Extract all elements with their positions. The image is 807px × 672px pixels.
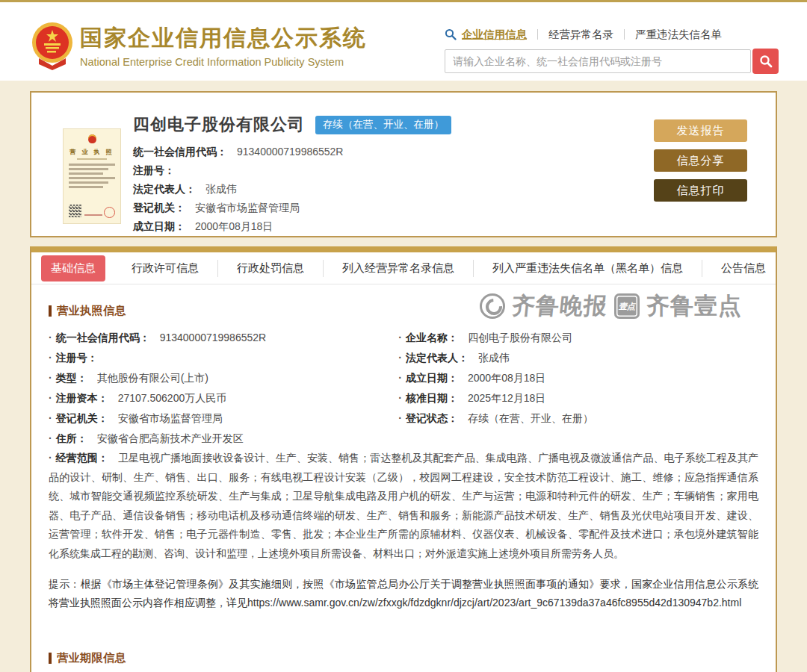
license-text-line bbox=[69, 172, 103, 175]
license-text-line bbox=[84, 214, 102, 216]
site-title-block: 国家企业信用信息公示系统 National Enterprise Credit … bbox=[80, 23, 367, 68]
nav-link-abnormal-operations[interactable]: 经营异常名录 bbox=[548, 28, 613, 42]
summary-field-registration-authority: 登记机关：安徽省市场监督管理局 bbox=[133, 199, 451, 217]
print-info-button[interactable]: 信息打印 bbox=[654, 179, 747, 202]
field-registration-no: 注册号： bbox=[49, 348, 398, 368]
qilu-yidian-app-icon: 壹点 bbox=[614, 293, 640, 319]
section-title-business-term-info: 营业期限信息 bbox=[49, 651, 758, 665]
qilu-watermark: 齐鲁晚报 壹点 齐鲁壹点 bbox=[480, 290, 742, 322]
field-business-scope: 经营范围：卫星电视广播地面接收设备设计、生产、安装、销售；雷达整机及其配套产品、… bbox=[49, 449, 758, 563]
summary-field-credit-code: 统一社会信用代码：91340000719986552R bbox=[133, 143, 451, 161]
share-info-button[interactable]: 信息分享 bbox=[654, 149, 747, 172]
company-name: 四创电子股份有限公司 bbox=[133, 113, 305, 136]
field-registered-capital: 注册资本：27107.506200万人民币 bbox=[49, 388, 398, 408]
divider bbox=[537, 29, 538, 40]
summary-info: 四创电子股份有限公司 存续（在营、开业、在册） 统一社会信用代码：9134000… bbox=[133, 113, 451, 236]
site-title: 国家企业信用信息公示系统 bbox=[80, 23, 367, 54]
field-company-type: 类型：其他股份有限公司(上市) bbox=[49, 368, 398, 388]
detail-content: 营业执照信息 统一社会信用代码：91340000719986552R 企业名称：… bbox=[31, 304, 776, 672]
field-legal-representative: 法定代表人：张成伟 bbox=[398, 348, 758, 368]
qilu-yidian-wordmark: 齐鲁壹点 bbox=[646, 290, 742, 322]
license-emblem-icon bbox=[88, 134, 96, 143]
license-text-line bbox=[69, 186, 103, 188]
status-badge: 存续（在营、开业、在册） bbox=[315, 116, 451, 134]
search-icon bbox=[445, 28, 457, 40]
search-nav: 企业信用信息 经营异常名录 严重违法失信名单 bbox=[445, 27, 779, 42]
detail-card: 基础信息 行政许可信息 行政处罚信息 列入经营异常名录信息 列入严重违法失信名单… bbox=[30, 246, 777, 672]
field-credit-code: 统一社会信用代码：91340000719986552R bbox=[49, 328, 398, 348]
qilu-evening-news-wordmark: 齐鲁晚报 bbox=[510, 290, 609, 322]
send-report-button[interactable]: 发送报告 bbox=[654, 119, 747, 142]
search-area: 企业信用信息 经营异常名录 严重违法失信名单 bbox=[445, 27, 779, 74]
field-company-name: 企业名称：四创电子股份有限公司 bbox=[398, 328, 758, 348]
nav-link-enterprise-credit[interactable]: 企业信用信息 bbox=[462, 28, 527, 42]
tab-bar: 基础信息 行政许可信息 行政处罚信息 列入经营异常名录信息 列入严重违法失信名单… bbox=[31, 252, 776, 284]
summary-field-establishment-date: 成立日期：2000年08月18日 bbox=[133, 217, 451, 236]
field-establishment-date: 成立日期：2000年08月18日 bbox=[398, 368, 758, 388]
tab-basic-info[interactable]: 基础信息 bbox=[41, 255, 105, 281]
site-subtitle: National Enterprise Credit Information P… bbox=[80, 56, 367, 68]
site-header: 国家企业信用信息公示系统 National Enterprise Credit … bbox=[0, 2, 807, 81]
search-row bbox=[445, 49, 779, 74]
field-address: 住所：安徽省合肥高新技术产业开发区 bbox=[49, 429, 758, 449]
license-text-line bbox=[69, 168, 108, 170]
company-summary-card: 营 业 执 照 四创电子股份有限公司 存续（在营、开业、在册） 统一社会信用代码… bbox=[30, 91, 777, 237]
field-approval-date: 核准日期：2025年12月18日 bbox=[398, 388, 758, 408]
search-button[interactable] bbox=[752, 49, 779, 74]
field-registration-authority: 登记机关：安徽省市场监督管理局 bbox=[49, 408, 398, 429]
tab-serious-violations-blacklist[interactable]: 列入严重违法失信名单（黑名单）信息 bbox=[473, 260, 702, 277]
field-registration-status: 登记状态：存续（在营、开业、在册） bbox=[398, 408, 758, 429]
business-license-thumbnail[interactable]: 营 业 执 照 bbox=[63, 128, 121, 224]
national-emblem-logo-icon bbox=[31, 21, 73, 70]
tab-abnormal-operations-list[interactable]: 列入经营异常名录信息 bbox=[323, 260, 473, 277]
license-fields-grid: 统一社会信用代码：91340000719986552R 企业名称：四创电子股份有… bbox=[49, 328, 758, 563]
summary-field-legal-representative: 法定代表人：张成伟 bbox=[133, 180, 451, 199]
notice-text: 提示：根据《市场主体登记管理条例》及其实施细则，按照《市场监管总局办公厅关于调整… bbox=[49, 575, 758, 612]
license-text-line bbox=[69, 177, 115, 179]
divider bbox=[624, 29, 625, 40]
search-input[interactable] bbox=[445, 49, 751, 73]
qilu-evening-news-logo-icon bbox=[480, 293, 505, 319]
action-buttons: 发送报告 信息分享 信息打印 bbox=[654, 119, 747, 202]
license-qr-code bbox=[69, 205, 81, 217]
license-text-line bbox=[69, 164, 115, 166]
logo-row: 国家企业信用信息公示系统 National Enterprise Credit … bbox=[31, 21, 367, 70]
tab-announcements[interactable]: 公告信息 bbox=[702, 260, 785, 277]
summary-field-registration-no: 注册号： bbox=[133, 161, 451, 180]
search-icon bbox=[759, 55, 773, 68]
license-seal-icon bbox=[104, 207, 115, 218]
nav-link-serious-violations[interactable]: 严重违法失信名单 bbox=[635, 28, 722, 42]
license-text-line bbox=[69, 181, 108, 184]
tab-administrative-license[interactable]: 行政许可信息 bbox=[113, 260, 217, 277]
license-decor-line bbox=[77, 158, 107, 160]
license-title: 营 业 执 照 bbox=[64, 148, 120, 156]
tab-administrative-penalty[interactable]: 行政处罚信息 bbox=[217, 260, 323, 277]
